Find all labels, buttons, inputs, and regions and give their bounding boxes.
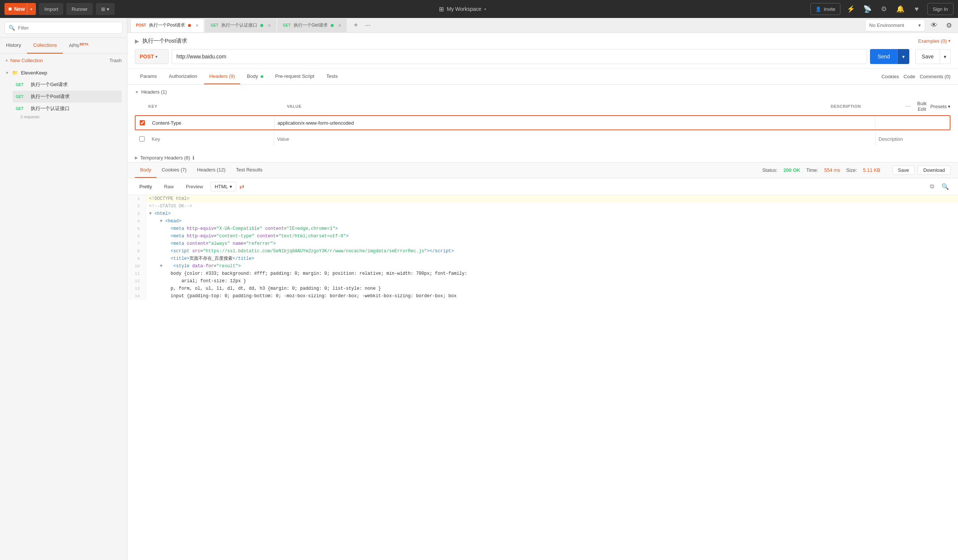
add-tab-button[interactable]: + — [351, 20, 361, 31]
resp-tab-body[interactable]: Body — [135, 163, 157, 178]
tab-close-icon[interactable]: × — [195, 22, 198, 28]
format-icon[interactable]: ⇄ — [240, 183, 244, 190]
req-tab-authorization[interactable]: Authorization — [164, 69, 203, 84]
search-input[interactable] — [18, 25, 118, 31]
header-checkbox[interactable] — [140, 120, 145, 125]
settings-env-button[interactable]: ⚙ — [943, 19, 955, 32]
new-collection-button[interactable]: + New Collection — [5, 58, 43, 63]
row-value-cell — [274, 116, 875, 130]
resp-tab-test-results[interactable]: Test Results — [231, 163, 268, 178]
response-section: Body Cookies (7) Headers (12) Test Resul… — [127, 162, 958, 560]
save-button[interactable]: Save — [915, 49, 940, 64]
list-item[interactable]: GET 执行一个Get请求 — [13, 79, 122, 90]
request-tab-get2[interactable]: GET 执行一个Get请求 × — [277, 19, 347, 32]
request-name: 执行一个Post请求 — [31, 93, 70, 100]
code-link[interactable]: Code — [904, 74, 915, 79]
cookies-link[interactable]: Cookies — [882, 74, 899, 79]
code-viewer[interactable]: 1 <!DOCTYPE html> 2 <!--STATUS OK--> 3 ▼… — [127, 195, 958, 560]
req-tab-body[interactable]: Body — [241, 69, 268, 84]
row-checkbox-empty[interactable] — [135, 132, 149, 146]
search-response-button[interactable]: 🔍 — [940, 181, 950, 191]
row-checkbox[interactable] — [136, 116, 149, 130]
headers-title[interactable]: ▼ Headers (1) — [135, 89, 950, 95]
send-caret-button[interactable]: ▾ — [897, 49, 909, 64]
tab-close-icon[interactable]: × — [268, 22, 271, 28]
trash-button[interactable]: Trash — [109, 58, 122, 63]
key-input[interactable] — [152, 120, 271, 126]
workspace-caret-icon[interactable]: ▾ — [484, 7, 486, 11]
fmt-tab-pretty[interactable]: Pretty — [135, 182, 157, 191]
copy-icon-button[interactable]: ⧉ — [926, 181, 937, 191]
resp-tab-headers[interactable]: Headers (12) — [192, 163, 231, 178]
request-tab-post[interactable]: POST 执行一个Post请求 × — [130, 19, 204, 32]
new-caret-icon[interactable]: ▾ — [27, 3, 32, 15]
settings-icon-button[interactable]: ⚙ — [878, 3, 890, 15]
satellite-icon-button[interactable]: 📡 — [861, 3, 873, 15]
col-desc-header: DESCRIPTION — [831, 104, 906, 109]
save-caret-button[interactable]: ▾ — [940, 49, 950, 64]
value-input-empty[interactable] — [277, 136, 872, 142]
resp-download-button[interactable]: Download — [918, 166, 950, 175]
expand-arrow-icon[interactable]: ▶ — [135, 38, 139, 44]
bulk-edit-button[interactable]: Bulk Edit — [917, 101, 927, 112]
url-input[interactable] — [171, 49, 867, 64]
line-number: 7 — [127, 240, 146, 247]
runner-button[interactable]: Runner — [66, 3, 93, 15]
tab-collections[interactable]: Collections — [27, 38, 63, 54]
list-item[interactable]: GET 执行一个Post请求 — [13, 90, 122, 103]
request-tabs: Params Authorization Headers (9) Body Pr… — [127, 69, 958, 85]
new-button[interactable]: ■ New ▾ — [5, 3, 36, 15]
import-button[interactable]: Import — [39, 3, 63, 15]
value-input[interactable] — [278, 120, 872, 126]
save-caret-icon: ▾ — [944, 54, 946, 60]
lightning-icon-button[interactable]: ⚡ — [845, 3, 857, 15]
fmt-tab-raw[interactable]: Raw — [160, 182, 178, 191]
extra-button[interactable]: ⊞ ▾ — [96, 3, 114, 15]
temp-expand-icon[interactable]: ▶ — [135, 155, 138, 160]
req-tab-prerequest[interactable]: Pre-request Script — [270, 69, 320, 84]
list-item[interactable]: GET 执行一个认证接口 — [13, 103, 122, 115]
header-checkbox-empty[interactable] — [139, 136, 144, 141]
resp-tab-cookies[interactable]: Cookies (7) — [157, 163, 192, 178]
sign-in-button[interactable]: Sign In — [927, 3, 953, 15]
send-caret-icon: ▾ — [902, 54, 905, 60]
presets-button[interactable]: Presets ▾ — [930, 104, 950, 109]
tab-history[interactable]: History — [0, 38, 27, 54]
more-tabs-button[interactable]: ··· — [363, 20, 373, 31]
format-select[interactable]: HTML ▾ — [211, 182, 236, 191]
line-content: <meta http-equiv="content-type" content=… — [146, 233, 352, 240]
examples-link[interactable]: Examples (0) ▾ — [918, 38, 950, 44]
desc-input[interactable] — [878, 120, 947, 126]
eye-icon-button[interactable]: 👁 — [928, 19, 940, 32]
req-tab-tests[interactable]: Tests — [321, 69, 343, 84]
line-number: 1 — [127, 195, 146, 202]
method-select[interactable]: POST ▾ — [135, 49, 168, 64]
environment-select[interactable]: No Environment ▾ — [865, 19, 925, 32]
three-dots-icon[interactable]: ··· — [906, 103, 910, 110]
req-tab-headers[interactable]: Headers (9) — [204, 69, 240, 84]
save-btn-group: Save ▾ — [915, 49, 950, 64]
request-area: ▶ 执行一个Post请求 Examples (0) ▾ POST ▾ Send — [127, 33, 958, 69]
collection-header[interactable]: ▼ 📁 ElevenKeep — [5, 67, 122, 79]
key-input-empty[interactable] — [152, 136, 271, 142]
fmt-tab-preview[interactable]: Preview — [181, 182, 208, 191]
notification-icon-button[interactable]: 🔔 — [895, 3, 906, 15]
heart-icon-button[interactable]: ♥ — [911, 3, 923, 15]
status-label: Status: — [762, 167, 777, 173]
req-tab-params[interactable]: Params — [135, 69, 162, 84]
resp-save-button[interactable]: Save — [893, 166, 915, 175]
tab-apis[interactable]: APIsBETA — [63, 38, 94, 54]
invite-label: Invite — [823, 6, 835, 12]
temp-label[interactable]: Temporary Headers (8) — [140, 155, 190, 161]
request-tab-get1[interactable]: GET 执行一个认证接口 × — [205, 19, 276, 32]
line-number: 6 — [127, 233, 146, 240]
method-get-badge: GET — [16, 95, 28, 99]
send-button[interactable]: Send — [870, 49, 897, 64]
desc-input-empty[interactable] — [879, 136, 947, 142]
tab-close-icon[interactable]: × — [338, 22, 341, 28]
comments-link[interactable]: Comments (0) — [920, 74, 950, 79]
request-title-text: 执行一个Post请求 — [142, 38, 187, 44]
info-icon[interactable]: ℹ — [192, 155, 194, 161]
runner-label: Runner — [71, 6, 88, 12]
invite-button[interactable]: 👤 Invite — [810, 3, 840, 15]
